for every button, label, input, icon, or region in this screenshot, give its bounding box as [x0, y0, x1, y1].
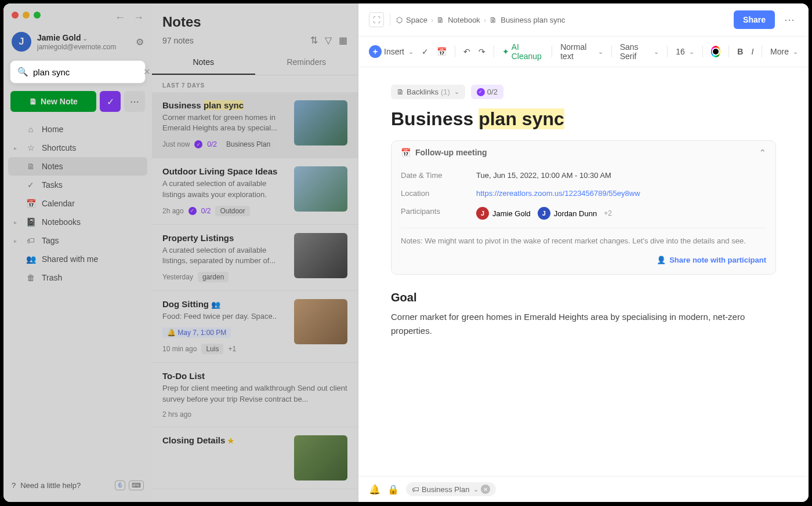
panel-title: Notes	[162, 14, 347, 30]
note-plus-icon: 🗎	[29, 97, 37, 106]
list-tabs: Notes Reminders	[152, 50, 358, 75]
undo-icon[interactable]: ↶	[463, 47, 470, 56]
search-box[interactable]: 🔍 ✕	[10, 61, 145, 83]
expand-icon[interactable]: ⛶	[369, 12, 384, 27]
maximize-window[interactable]	[34, 12, 41, 19]
tab-reminders[interactable]: Reminders	[255, 50, 358, 75]
nav-forward-icon[interactable]: →	[133, 12, 144, 24]
sidebar-item-notes[interactable]: 🗎Notes	[8, 157, 147, 176]
more-button[interactable]: ⋯	[124, 91, 145, 112]
ai-cleanup-button[interactable]: ✦ AI Cleanup	[502, 42, 544, 61]
task-quick-button[interactable]: ✓	[100, 91, 121, 112]
sidebar-item-tasks[interactable]: ✓Tasks	[8, 176, 147, 194]
location-label: Location	[401, 189, 476, 198]
participants-more[interactable]: +2	[604, 209, 612, 217]
insert-button[interactable]: +Insert ⌄	[369, 45, 414, 58]
note-item[interactable]: To-Do ListPrep for client meeting and wa…	[152, 363, 358, 427]
date-value: Tue, Jun 15, 2022, 10:00 AM - 10:30 AM	[476, 171, 611, 180]
meeting-notes: Notes: We might want to pivot in the wak…	[401, 228, 766, 249]
note-item[interactable]: Closing Details★	[152, 427, 358, 489]
cube-icon: ⬡	[396, 16, 403, 24]
note-item[interactable]: Business plan syncCorner market for gree…	[152, 92, 358, 158]
view-icon[interactable]: ▦	[339, 35, 347, 46]
nav-back-icon[interactable]: ←	[115, 12, 125, 24]
sidebar-item-shortcuts[interactable]: ▸☆Shortcuts	[8, 139, 147, 157]
sidebar-item-shared-with-me[interactable]: 👥Shared with me	[8, 250, 147, 268]
meeting-card: 📅Follow-up meeting⌃ Date & TimeTue, Jun …	[391, 140, 776, 275]
note-count: 97 notes	[162, 36, 194, 45]
person-add-icon: 👤	[657, 256, 666, 264]
calendar-small-icon: 📅	[401, 148, 411, 157]
user-name: Jamie Gold	[37, 33, 81, 42]
search-icon: 🔍	[17, 67, 28, 77]
close-window[interactable]	[12, 12, 19, 19]
crumb-notebook[interactable]: Notebook	[448, 16, 480, 24]
style-select[interactable]: Normal text ⌄	[560, 42, 603, 61]
user-email: jamiegold@evernote.com	[37, 43, 116, 51]
toolbar: +Insert ⌄ ✓ 📅 ↶ ↷ ✦ AI Cleanup Normal te…	[358, 37, 809, 67]
sidebar: ← → J Jamie Gold⌄ jamiegold@evernote.com…	[3, 3, 152, 502]
task-icon[interactable]: ✓	[422, 47, 429, 56]
help-link[interactable]: ? Need a little help? 6 ⌨	[3, 475, 152, 496]
remove-tag-icon[interactable]: ✕	[481, 485, 490, 494]
sidebar-item-tags[interactable]: ▸🏷Tags	[8, 231, 147, 250]
breadcrumb: ⬡Space› 🗎Notebook› 🗎Business plan sync	[396, 16, 566, 24]
calendar-icon[interactable]: 📅	[437, 47, 447, 56]
color-picker[interactable]	[711, 46, 721, 57]
font-select[interactable]: Sans Serif ⌄	[620, 42, 659, 61]
meeting-title: Follow-up meeting	[415, 148, 487, 157]
user-menu[interactable]: J Jamie Gold⌄ jamiegold@evernote.com ⚙	[3, 24, 152, 57]
more-menu-icon[interactable]: ⋯	[781, 13, 798, 26]
collapse-icon[interactable]: ⌃	[759, 148, 766, 157]
sidebar-item-home[interactable]: ⌂Home	[8, 120, 147, 139]
sort-icon[interactable]: ⇅	[310, 35, 318, 46]
sidebar-item-trash[interactable]: 🗑Trash	[8, 268, 147, 287]
location-link[interactable]: https://zereatlors.zoom.us/1223456789/55…	[476, 189, 640, 198]
participant[interactable]: JJordan Dunn	[538, 207, 597, 220]
redo-icon[interactable]: ↷	[478, 47, 485, 56]
sidebar-item-calendar[interactable]: 📅Calendar	[8, 194, 147, 213]
task-chip[interactable]: ✓ 0/2	[471, 85, 503, 99]
more-format-button[interactable]: More ⌄	[770, 47, 798, 56]
note-icon: 🗎	[490, 16, 497, 24]
editor: ⛶ ⬡Space› 🗎Notebook› 🗎Business plan sync…	[358, 3, 809, 502]
participant[interactable]: JJamie Gold	[476, 207, 531, 220]
share-participants-link[interactable]: 👤Share note with participant	[657, 256, 766, 264]
crumb-note[interactable]: Business plan sync	[501, 16, 565, 24]
lock-add-icon[interactable]: 🔒	[387, 484, 399, 495]
help-icon: ?	[12, 481, 16, 490]
size-select[interactable]: 16 ⌄	[676, 47, 694, 56]
new-note-button[interactable]: 🗎New Note	[10, 91, 96, 112]
search-input[interactable]	[33, 67, 143, 77]
note-item[interactable]: Dog Sitting👥Food: Feed twice per day. Sp…	[152, 291, 358, 363]
crumb-space[interactable]: Space	[406, 16, 427, 24]
tab-notes[interactable]: Notes	[152, 50, 255, 75]
sidebar-item-notebooks[interactable]: ▸📓Notebooks	[8, 213, 147, 231]
backlinks-chip[interactable]: 🗎 Backlinks (1) ⌄	[391, 85, 465, 99]
filter-icon[interactable]: ▽	[325, 35, 332, 46]
note-item[interactable]: Outdoor Living Space IdeasA curated sele…	[152, 158, 358, 224]
avatar: J	[12, 32, 31, 52]
date-label: Date & Time	[401, 171, 476, 180]
note-title[interactable]: Business plan sync	[391, 108, 776, 130]
participants-label: Participants	[401, 207, 476, 220]
sidebar-menu: ⌂Home▸☆Shortcuts🗎Notes✓Tasks📅Calendar▸📓N…	[3, 117, 152, 290]
minimize-window[interactable]	[23, 12, 30, 19]
clear-icon[interactable]: ✕	[143, 67, 151, 77]
bold-button[interactable]: B	[737, 47, 743, 56]
bell-add-icon[interactable]: 🔔	[369, 484, 380, 495]
window-controls: ← →	[3, 9, 152, 24]
goal-heading: Goal	[391, 291, 776, 304]
chevron-down-icon: ⌄	[82, 35, 88, 42]
goal-text[interactable]: Corner market for green homes in Emerald…	[391, 310, 776, 338]
italic-button[interactable]: I	[751, 47, 753, 56]
help-badge: 6	[115, 480, 125, 490]
keyboard-icon[interactable]: ⌨	[129, 480, 144, 490]
editor-footer: 🔔 🔒 🏷 Business Plan ⌄ ✕	[358, 476, 809, 502]
note-item[interactable]: Property ListingsA curated selection of …	[152, 225, 358, 291]
share-button[interactable]: Share	[734, 10, 775, 29]
notebook-icon: 🗎	[437, 16, 444, 24]
gear-icon[interactable]: ⚙	[136, 37, 144, 48]
notes-panel: Notes 97 notes ⇅ ▽ ▦ Notes Reminders LAS…	[152, 3, 358, 502]
tag-chip[interactable]: 🏷 Business Plan ⌄ ✕	[406, 482, 496, 496]
